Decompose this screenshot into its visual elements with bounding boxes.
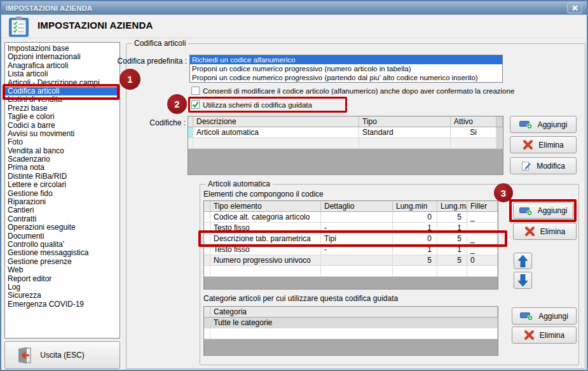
cell-lung-max: 1 (437, 223, 467, 234)
sidebar-item[interactable]: Vendita al banco (5, 147, 120, 155)
header-divider (1, 38, 587, 38)
add-icon (520, 311, 533, 321)
sidebar-item[interactable]: Operazioni eseguite (5, 223, 120, 232)
allow-modify-checkbox[interactable] (191, 87, 200, 95)
column-header: Lung.min (393, 201, 437, 212)
listbox-option[interactable]: Proponi un codice numerico progressivo (… (190, 73, 502, 82)
column-header: Tipo (359, 116, 451, 127)
articoli-automatica-group-title: Articoli automatica (205, 179, 273, 188)
guided-coding-checkbox[interactable] (191, 101, 200, 109)
codifiche-empty-row (188, 138, 503, 149)
codifiche-row[interactable]: Articoli automatica Standard Si (188, 127, 503, 138)
sidebar-item[interactable]: Log (5, 283, 120, 291)
element-row[interactable]: Numero progressivo univoco 5 5 0 (204, 255, 498, 266)
sidebar-item[interactable]: Impostazioni base (5, 45, 120, 53)
elements-table: Tipo elemento Dettaglio Lung.min Lung.ma… (203, 200, 498, 290)
exit-button[interactable]: Uscita (ESC) (4, 341, 120, 369)
delete-icon (524, 330, 535, 340)
sidebar-item[interactable]: Opzioni internazionali (5, 53, 120, 61)
codifiche-delete-label: Elimina (538, 141, 563, 150)
sidebar-item[interactable]: Anagrafica articoli (5, 62, 120, 70)
sidebar-item[interactable]: Documenti (5, 232, 120, 241)
elements-label: Elementi che compongono il codice (203, 190, 324, 199)
column-header: Attivo (451, 116, 496, 127)
sidebar-item[interactable]: Scadenzario (5, 155, 120, 164)
sidebar-item[interactable]: Riparazioni (5, 198, 120, 206)
element-empty-row (204, 266, 498, 277)
elements-add-button[interactable]: Aggiungi (513, 202, 573, 219)
categories-add-button[interactable]: Aggiungi (512, 307, 577, 325)
exit-button-label: Uscita (ESC) (5, 351, 120, 360)
sidebar-item[interactable]: Report editor (5, 275, 120, 283)
element-row[interactable]: Testo fisso - 1 1 (204, 223, 498, 234)
impostazioni-azienda-window: IMPOSTAZIONI AZIENDA IMPOSTAZIONI AZIEND… (0, 0, 588, 371)
sidebar-item[interactable]: Foto (5, 138, 120, 146)
sidebar-item[interactable]: Cantieri (5, 206, 120, 214)
element-row-highlighted[interactable]: Descrizione tab. parametrica Tipi 0 5 _ (204, 234, 498, 244)
codifiche-table: Descrizione Tipo Attivo Articoli automat… (188, 116, 503, 175)
allow-modify-checkbox-row: Consenti di modificare il codice articol… (191, 87, 514, 95)
cell-filler: _ (467, 244, 498, 255)
codifiche-edit-button[interactable]: Modifica (510, 157, 577, 174)
sidebar-item[interactable]: Gestione fido (5, 190, 120, 198)
add-icon (519, 120, 533, 129)
cell-categoria: Tutte le categorie (210, 318, 498, 328)
app-icon (7, 17, 31, 40)
annotation-step-3: 3 (494, 183, 513, 202)
element-row[interactable]: Testo fisso - 1 1 _ (204, 244, 498, 255)
codifica-predefinita-label: Codifica predefinita : (114, 57, 187, 66)
sidebar-item[interactable]: Taglie e colori (5, 113, 120, 121)
sidebar-item[interactable]: Sicurezza (5, 291, 120, 300)
sidebar-item[interactable]: Prezzi base (5, 104, 120, 113)
close-button[interactable] (567, 3, 582, 13)
sidebar-item[interactable]: Controllo qualita' (5, 241, 120, 249)
sidebar-item-codifica-articoli[interactable]: Codifica articoli (5, 87, 120, 95)
cell-lung-min: 0 (393, 234, 437, 244)
move-down-button[interactable] (514, 272, 532, 289)
cell-dettaglio: Tipi (321, 234, 393, 244)
guided-coding-checkbox-row: Utilizza schemi di codifica guidata (191, 101, 312, 109)
codifiche-add-label: Aggiungi (538, 120, 568, 129)
cell-tipo-elemento: Numero progressivo univoco (210, 255, 321, 266)
codifiche-add-button[interactable]: Aggiungi (510, 116, 577, 133)
column-header: Filler (467, 201, 498, 212)
elements-delete-button[interactable]: Elimina (513, 223, 577, 240)
category-row[interactable]: Tutte le categorie (204, 318, 498, 328)
guided-coding-label: Utilizza schemi di codifica guidata (203, 101, 312, 109)
element-row[interactable]: Codice alt. categoria articolo 0 5 _ (204, 212, 498, 223)
sidebar-item[interactable]: Lettere e circolari (5, 181, 120, 189)
cell-tipo-elemento: Descrizione tab. parametrica (210, 234, 321, 244)
cell-dettaglio: - (321, 244, 393, 255)
sidebar-item[interactable]: Lista articoli (5, 70, 120, 78)
sidebar-item[interactable]: Emergenza COVID-19 (5, 300, 120, 309)
cell-filler (467, 223, 498, 234)
codifica-predefinita-listbox: Richiedi un codice alfanumerico Proponi … (189, 55, 503, 83)
column-header: Categoria (210, 307, 498, 318)
sidebar-item[interactable]: Avvisi su movimenti (5, 130, 120, 138)
page-title: IMPOSTAZIONI AZIENDA (38, 20, 153, 31)
categories-table-header: Categoria (204, 307, 498, 318)
sidebar-item[interactable]: Articoli - Descrizione campi (5, 79, 120, 87)
sidebar-item[interactable]: Listini di vendita (5, 95, 120, 104)
sidebar-item[interactable]: Codici a barre (5, 122, 120, 130)
codifiche-delete-button[interactable]: Elimina (510, 136, 577, 153)
sidebar-item[interactable]: Gestione presenze (5, 258, 120, 266)
sidebar-item[interactable]: Distinte RiBa/RID (5, 172, 120, 181)
listbox-option[interactable]: Proponi un codice numerico progressivo (… (190, 64, 502, 73)
sidebar-item[interactable]: Prima nota (5, 164, 120, 172)
categories-delete-button[interactable]: Elimina (512, 326, 577, 344)
move-up-button[interactable] (514, 253, 532, 269)
annotation-step-1: 1 (120, 69, 140, 90)
codifiche-table-header: Descrizione Tipo Attivo (188, 116, 503, 127)
cell-attivo: Si (451, 127, 496, 138)
sidebar-item[interactable]: Contratti (5, 215, 120, 223)
cell-dettaglio (321, 255, 393, 266)
sidebar-item[interactable]: Gestione messaggistica (5, 249, 120, 257)
cell-lung-max: 5 (437, 234, 467, 244)
category-empty-row (204, 328, 498, 339)
cell-lung-max: 1 (437, 244, 467, 255)
column-header: Dettaglio (321, 201, 393, 212)
listbox-option-selected[interactable]: Richiedi un codice alfanumerico (190, 55, 502, 64)
sidebar-item[interactable]: Web (5, 266, 120, 274)
column-header: Tipo elemento (210, 201, 321, 212)
